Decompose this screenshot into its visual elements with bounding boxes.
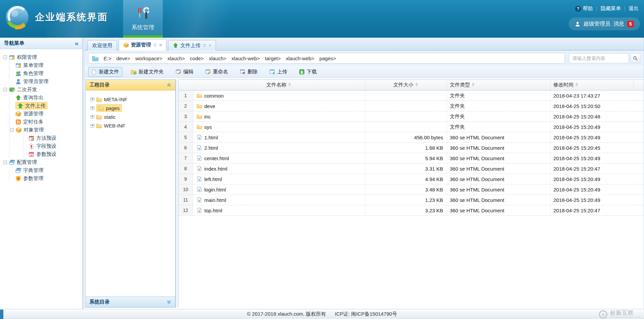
hide-menu-link[interactable]: 隐藏菜单 (601, 5, 621, 12)
table-row[interactable]: 5 1.html 456.00 bytes 360 se HTML Docume… (179, 132, 644, 143)
tree-node-object-management[interactable]: - 对象管理 (9, 126, 81, 134)
rename-button[interactable]: 重命名 (202, 67, 231, 77)
tab-welcome[interactable]: 欢迎使用 (87, 40, 117, 50)
expand-expander-icon[interactable]: + (90, 106, 94, 110)
expand-panel-icon[interactable] (166, 299, 172, 305)
row-number: 1 (179, 91, 193, 101)
new-file-button[interactable]: 新建文件 (88, 67, 122, 77)
logout-link[interactable]: 退出 (629, 5, 639, 12)
project-folder-static[interactable]: + static (90, 112, 175, 121)
table-row[interactable]: 8 index.html 3.31 KB 360 se HTML Documen… (179, 164, 644, 174)
edit-button[interactable]: 编辑 (172, 67, 197, 77)
rss-icon (15, 119, 21, 125)
folder-cyan-icon (92, 55, 99, 62)
column-header-modified-time[interactable]: 修改时间 (550, 80, 633, 91)
upload-button[interactable]: 上传 (266, 67, 291, 77)
tree-node-dictionary-management[interactable]: 字典管理 (9, 166, 81, 174)
refresh-tab-icon[interactable] (202, 43, 206, 47)
tree-node-permission-management[interactable]: - 权限管理 (3, 53, 81, 61)
file-table: 文件名称 文件大小 文件类型 修改时间 1 common 文件夹 2018-04… (179, 79, 644, 216)
tree-node-resource-management[interactable]: 资源管理 (9, 110, 81, 118)
main-content: 欢迎使用 资源管理 × 文件上传 × E:> deve> workspace> … (85, 38, 644, 309)
breadcrumb-item[interactable]: target> (265, 56, 281, 61)
module-tab-label: 系统管理 (131, 24, 154, 31)
breadcrumb-item[interactable]: xlauch> (209, 56, 226, 61)
expand-expander-icon[interactable]: + (90, 124, 94, 128)
collapse-expander-icon[interactable]: - (3, 88, 7, 92)
table-row[interactable]: 2 deve 文件夹 2018-04-25 15:20:50 (179, 101, 644, 111)
table-row[interactable]: 3 inc 文件夹 2018-04-25 15:20:48 (179, 111, 644, 122)
messages-link[interactable]: 消息 (613, 21, 624, 28)
breadcrumb-item[interactable]: workspace> (135, 56, 162, 61)
system-directory-panel-header[interactable]: 系统目录 (86, 296, 175, 307)
user-name: 超级管理员 (583, 21, 610, 28)
expand-expander-icon[interactable]: + (90, 115, 94, 119)
row-number: 6 (179, 143, 193, 153)
file-size: 3.23 KB (365, 205, 447, 216)
tree-node-admin-management[interactable]: 管理员管理 (9, 77, 81, 85)
delete-button[interactable]: 删除 (236, 67, 261, 77)
search-button[interactable] (630, 53, 640, 63)
breadcrumb-item[interactable]: pages> (319, 56, 336, 61)
tree-node-field-presets[interactable]: 字段预设 (24, 142, 81, 150)
project-folder-meta-inf[interactable]: + META-INF (90, 95, 175, 104)
table-row[interactable]: 9 left.html 4.94 KB 360 se HTML Document… (179, 174, 644, 184)
empty-cell (633, 101, 644, 111)
html-file-icon (197, 176, 202, 182)
tree-node-label: 资源管理 (23, 111, 43, 117)
sidebar-collapse-icon[interactable]: « (75, 40, 78, 46)
tree-node-menu-management[interactable]: 菜单管理 (9, 61, 81, 69)
tree-node-label: 字典管理 (23, 167, 43, 174)
table-row[interactable]: 1 common 文件夹 2018-04-23 17:43:27 (179, 91, 644, 101)
column-header-file-name[interactable]: 文件名称 (193, 80, 365, 91)
new-folder-button[interactable]: 新建文件夹 (127, 67, 167, 77)
tree-node-scheduled-tasks[interactable]: 定时任务 (9, 118, 81, 126)
row-number: 4 (179, 122, 193, 132)
help-link[interactable]: ? 帮助 (575, 5, 593, 12)
tree-node-secondary-development[interactable]: - 二次开发 (3, 85, 81, 94)
project-folder-pages-selected[interactable]: + pages (90, 104, 175, 112)
column-header-file-type[interactable]: 文件类型 (447, 80, 550, 91)
refresh-tab-icon[interactable] (153, 43, 157, 47)
tree-node-role-management[interactable]: 角色管理 (9, 69, 81, 77)
html-file-icon (197, 197, 202, 203)
panel-splitter[interactable] (176, 79, 179, 308)
download-button[interactable]: 下载 (296, 67, 320, 77)
expand-expander-icon[interactable]: + (90, 98, 94, 101)
user-pill[interactable]: 超级管理员 消息 5 (569, 17, 640, 30)
tab-resource-management[interactable]: 资源管理 × (119, 39, 166, 50)
tree-node-config-management[interactable]: - 配置管理 (3, 158, 81, 166)
collapse-expander-icon[interactable]: - (10, 128, 14, 132)
breadcrumb-item[interactable]: xlauch-web> (231, 56, 260, 61)
tree-node-parameter-presets[interactable]: 参数预设 (24, 150, 81, 158)
breadcrumb-item[interactable]: code> (190, 56, 204, 61)
tab-file-upload[interactable]: 文件上传 × (168, 40, 216, 50)
table-row[interactable]: 7 center.html 5.94 KB 360 se HTML Docume… (179, 153, 644, 164)
project-panel-title: 工程目录 (89, 82, 110, 88)
collapse-expander-icon[interactable]: - (3, 56, 7, 59)
collapse-expander-icon[interactable]: - (3, 161, 7, 164)
sort-icon (415, 83, 418, 86)
column-header-file-size[interactable]: 文件大小 (365, 80, 447, 91)
tree-node-query-export[interactable]: 查询导出 (9, 94, 81, 102)
table-row[interactable]: 12 top.html 3.23 KB 360 se HTML Document… (179, 205, 644, 216)
messages-badge[interactable]: 5 (627, 21, 634, 27)
project-folder-web-inf[interactable]: + WEB-INF (90, 121, 175, 130)
close-tab-icon[interactable]: × (159, 43, 162, 47)
breadcrumb-item[interactable]: xlauch> (167, 56, 185, 61)
collapse-panel-icon[interactable] (166, 82, 172, 87)
tree-node-file-upload-selected[interactable]: 文件上传 (9, 102, 81, 110)
tree-node-parameter-management[interactable]: 参数管理 (9, 174, 81, 182)
table-row[interactable]: 4 sys 文件夹 2018-04-25 15:20:49 (179, 122, 644, 132)
calendar-16-icon (29, 151, 34, 157)
table-row[interactable]: 11 main.html 1.23 KB 360 se HTML Documen… (179, 195, 644, 205)
search-input[interactable] (569, 53, 629, 63)
breadcrumb-item[interactable]: deve> (116, 56, 130, 61)
table-row[interactable]: 6 2.html 1.68 KB 360 se HTML Document 20… (179, 143, 644, 153)
table-row[interactable]: 10 login.html 3.48 KB 360 se HTML Docume… (179, 184, 644, 195)
close-tab-icon[interactable]: × (209, 43, 211, 48)
tree-node-method-presets[interactable]: 方法预设 (24, 134, 81, 142)
breadcrumb-item[interactable]: xlauch-web> (286, 56, 314, 61)
module-tab-system-management[interactable]: 系统管理 (123, 0, 163, 38)
breadcrumb-item[interactable]: E:> (104, 56, 111, 61)
